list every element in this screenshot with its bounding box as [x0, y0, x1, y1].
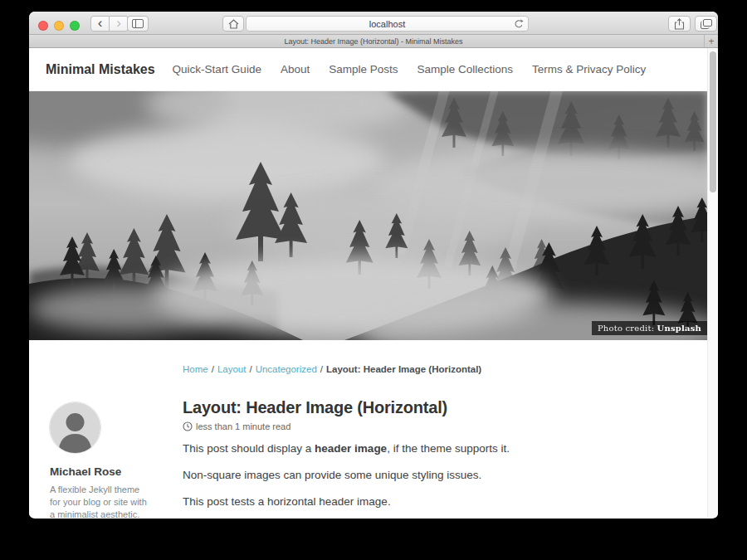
tab-overview-button[interactable] [695, 16, 717, 32]
breadcrumb-link-home[interactable]: Home [183, 364, 208, 374]
forward-icon: › [116, 16, 121, 30]
post-paragraph-3: This post tests a horizontal header imag… [183, 495, 681, 508]
minimize-window-button[interactable] [54, 21, 64, 31]
photo-credit-source: Unsplash [657, 324, 701, 333]
home-icon [228, 19, 239, 29]
foggy-forest-illustration [29, 91, 707, 340]
clock-icon [183, 421, 193, 431]
photo-credit-prefix: Photo credit: [598, 324, 657, 333]
post-article: Layout: Header Image (Horizontal) less t… [183, 388, 718, 518]
plus-icon: + [708, 36, 714, 47]
active-tab[interactable]: Layout: Header Image (Horizontal) - Mini… [284, 37, 462, 46]
post-paragraph-2: Non-square images can provide some uniqu… [183, 469, 681, 481]
post-paragraph-1: This post should display a header image,… [183, 442, 681, 455]
browser-window: ‹ › localhost [29, 12, 718, 519]
share-button[interactable] [668, 16, 691, 32]
share-icon [674, 18, 685, 30]
nav-link-quick-start-guide[interactable]: Quick-Start Guide [173, 63, 261, 75]
site-title-link[interactable]: Minimal Mistakes [46, 62, 155, 77]
browser-toolbar: ‹ › localhost [29, 12, 718, 35]
site-masthead: Minimal Mistakes Quick-Start Guide About… [29, 48, 718, 91]
author-name: Michael Rose [50, 465, 183, 478]
scrollbar-track[interactable] [707, 48, 717, 518]
breadcrumb-link-layout[interactable]: Layout [217, 364, 247, 374]
avatar [50, 402, 100, 453]
tab-bar: Layout: Header Image (Horizontal) - Mini… [29, 35, 718, 48]
post-title: Layout: Header Image (Horizontal) [183, 398, 681, 417]
history-nav-group: ‹ › [90, 16, 129, 32]
person-silhouette-icon [50, 402, 100, 453]
content-columns: Michael Rose A flexible Jekyll theme for… [29, 388, 718, 518]
zoom-window-button[interactable] [70, 21, 80, 31]
nav-link-terms-privacy[interactable]: Terms & Privacy Policy [532, 63, 646, 75]
page-viewport: Minimal Mistakes Quick-Start Guide About… [29, 48, 718, 518]
read-time: less than 1 minute read [196, 421, 290, 431]
nav-link-sample-posts[interactable]: Sample Posts [329, 63, 398, 75]
back-icon: ‹ [98, 16, 103, 30]
breadcrumb: Home/Layout/Uncategorized/Layout: Header… [183, 364, 718, 374]
author-bio: A flexible Jekyll theme for your blog or… [50, 484, 148, 518]
author-sidebar: Michael Rose A flexible Jekyll theme for… [29, 388, 183, 518]
breadcrumb-current: Layout: Header Image (Horizontal) [326, 364, 481, 374]
home-button[interactable] [222, 16, 244, 32]
breadcrumb-separator: / [249, 364, 251, 374]
nav-link-about[interactable]: About [281, 63, 310, 75]
reload-button[interactable] [513, 18, 525, 30]
sidebar-icon [132, 19, 144, 28]
post-meta: less than 1 minute read [183, 421, 681, 431]
photo-credit: Photo credit: Unsplash [592, 321, 707, 335]
close-window-button[interactable] [38, 21, 48, 31]
breadcrumb-separator: / [320, 364, 323, 374]
tab-overview-icon [701, 19, 712, 29]
scrollbar-thumb[interactable] [710, 51, 716, 192]
back-button[interactable]: ‹ [90, 16, 110, 32]
paragraph-text: This post should display a [183, 442, 315, 455]
breadcrumb-separator: / [212, 364, 214, 374]
post-page: Home/Layout/Uncategorized/Layout: Header… [29, 340, 718, 518]
paragraph-text: , if the theme supports it. [387, 442, 510, 455]
new-tab-button[interactable]: + [704, 35, 718, 47]
forward-button[interactable]: › [110, 16, 129, 32]
header-image: Photo credit: Unsplash [29, 91, 707, 340]
breadcrumb-link-uncategorized[interactable]: Uncategorized [256, 364, 317, 374]
paragraph-bold-text: header image [315, 442, 387, 455]
sidebar-toggle-button[interactable] [127, 16, 149, 32]
reload-icon [513, 18, 525, 30]
url-text: localhost [369, 19, 405, 29]
nav-link-sample-collections[interactable]: Sample Collections [417, 63, 513, 75]
address-bar[interactable]: localhost [246, 16, 529, 32]
